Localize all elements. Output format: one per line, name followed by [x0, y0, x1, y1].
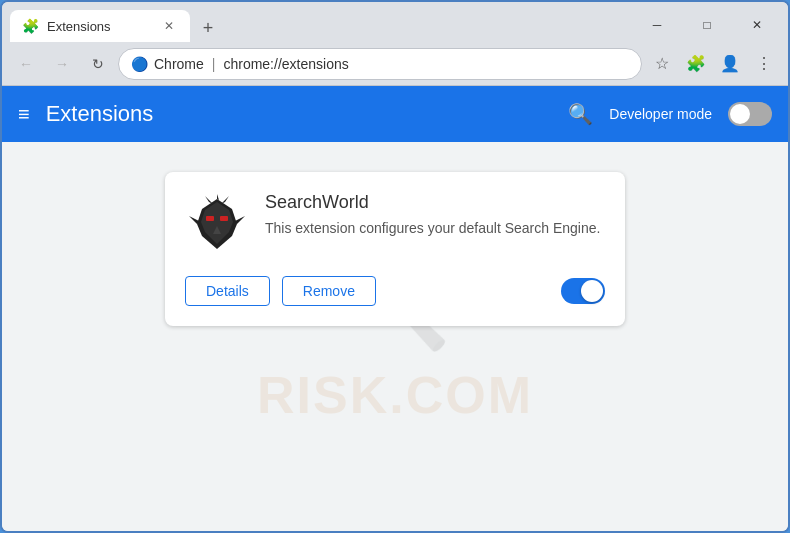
developer-mode-label: Developer mode — [609, 106, 712, 122]
reload-icon: ↻ — [92, 56, 104, 72]
forward-button[interactable]: → — [46, 48, 78, 80]
tabs-area: 🧩 Extensions ✕ + — [10, 8, 626, 42]
search-icon[interactable]: 🔍 — [568, 102, 593, 126]
tab-label: Extensions — [47, 19, 111, 34]
extensions-toolbar-button[interactable]: 🧩 — [680, 48, 712, 80]
url-separator: | — [212, 56, 216, 72]
extensions-icon: 🧩 — [686, 54, 706, 73]
active-tab[interactable]: 🧩 Extensions ✕ — [10, 10, 190, 42]
svg-marker-5 — [205, 196, 213, 204]
hamburger-menu-icon[interactable]: ≡ — [18, 103, 30, 126]
site-security-icon: 🔵 — [131, 56, 148, 72]
minimize-button[interactable]: ─ — [634, 11, 680, 39]
browser-window: 🧩 Extensions ✕ + ─ □ ✕ ← → ↻ 🔵 Chrome | … — [0, 0, 790, 533]
tab-close-button[interactable]: ✕ — [160, 17, 178, 35]
extension-toggle-knob — [581, 280, 603, 302]
developer-mode-toggle[interactable] — [728, 102, 772, 126]
back-icon: ← — [19, 56, 33, 72]
extension-description: This extension configures your default S… — [265, 219, 605, 239]
extension-logo — [185, 192, 249, 256]
details-button[interactable]: Details — [185, 276, 270, 306]
forward-icon: → — [55, 56, 69, 72]
nav-bar: ← → ↻ 🔵 Chrome | chrome://extensions ☆ 🧩… — [2, 42, 788, 86]
toolbar-icons: ☆ 🧩 👤 ⋮ — [646, 48, 780, 80]
remove-button[interactable]: Remove — [282, 276, 376, 306]
back-button[interactable]: ← — [10, 48, 42, 80]
svg-rect-2 — [206, 216, 214, 221]
window-controls: ─ □ ✕ — [634, 11, 780, 39]
bookmark-button[interactable]: ☆ — [646, 48, 678, 80]
extension-info: SearchWorld This extension configures yo… — [265, 192, 605, 256]
svg-marker-6 — [221, 196, 229, 204]
account-button[interactable]: 👤 — [714, 48, 746, 80]
bookmark-icon: ☆ — [655, 54, 669, 73]
watermark-text: RISK.COM — [257, 364, 533, 424]
extensions-header: ≡ Extensions 🔍 Developer mode — [2, 86, 788, 142]
extension-header: SearchWorld This extension configures yo… — [185, 192, 605, 256]
reload-button[interactable]: ↻ — [82, 48, 114, 80]
extension-name: SearchWorld — [265, 192, 605, 213]
extension-enabled-toggle[interactable] — [561, 278, 605, 304]
extension-card: SearchWorld This extension configures yo… — [165, 172, 625, 326]
menu-icon: ⋮ — [756, 54, 772, 73]
site-name: Chrome — [154, 56, 204, 72]
svg-marker-7 — [217, 194, 219, 200]
extension-footer: Details Remove — [185, 276, 605, 306]
account-icon: 👤 — [720, 54, 740, 73]
new-tab-button[interactable]: + — [194, 14, 222, 42]
toggle-knob — [730, 104, 750, 124]
maximize-button[interactable]: □ — [684, 11, 730, 39]
url-display: chrome://extensions — [223, 56, 348, 72]
extensions-page-title: Extensions — [46, 101, 553, 127]
extension-svg-icon — [187, 194, 247, 254]
address-bar[interactable]: 🔵 Chrome | chrome://extensions — [118, 48, 642, 80]
svg-rect-3 — [220, 216, 228, 221]
header-right-controls: 🔍 Developer mode — [568, 102, 772, 126]
title-bar: 🧩 Extensions ✕ + ─ □ ✕ — [2, 2, 788, 42]
close-button[interactable]: ✕ — [734, 11, 780, 39]
tab-extension-icon: 🧩 — [22, 18, 39, 34]
menu-button[interactable]: ⋮ — [748, 48, 780, 80]
main-content: 🔍 RISK.COM — [2, 142, 788, 531]
